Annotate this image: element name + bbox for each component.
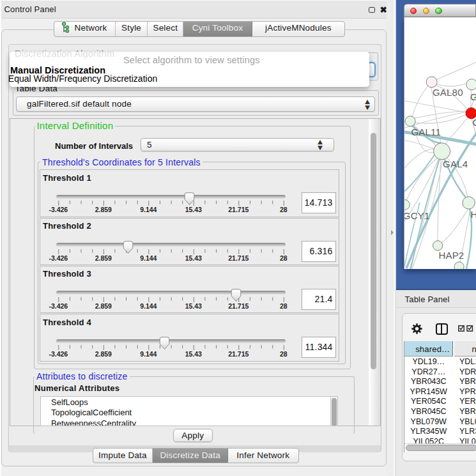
svg-text:HAP2: HAP2 [439, 250, 464, 261]
svg-text:GCY1: GCY1 [404, 210, 429, 221]
svg-text:H: H [471, 210, 476, 220]
svg-text:GAL4: GAL4 [443, 158, 468, 169]
svg-text:GAL11: GAL11 [411, 127, 441, 137]
svg-text:GAL80: GAL80 [433, 87, 463, 98]
svg-text:GAL: GAL [470, 91, 476, 102]
svg-text:CY: CY [473, 117, 476, 128]
